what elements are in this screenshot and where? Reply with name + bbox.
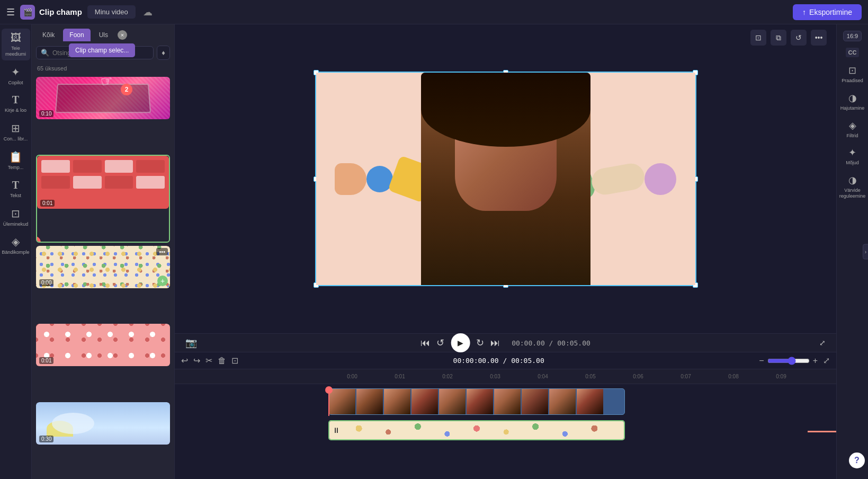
- thumb-redcross-bg: 0:01: [37, 156, 169, 209]
- sidebar-item-media[interactable]: 🖼 Teie meediumi: [2, 29, 30, 60]
- thumb-comic-bg: 0:10: [36, 77, 170, 119]
- ruler-ticks: 0:00 0:01 0:02 0:03 0:04 0:05 0:06 0:07 …: [328, 374, 805, 379]
- video-frame-7: [494, 389, 521, 415]
- video-frame-8: [522, 389, 548, 415]
- main-area: 🖼 Teie meediumi ✦ Copilot T Kirje & loo …: [0, 24, 868, 479]
- text-icon: T: [12, 94, 19, 106]
- export-label: Eksportimine: [809, 8, 852, 16]
- preview-toolbar: ⊡ ⧉ ↺ •••: [750, 30, 827, 46]
- cut-button[interactable]: ✂: [205, 356, 212, 366]
- go-to-start-button[interactable]: ⏮: [420, 338, 430, 349]
- rs-item-filters[interactable]: ◈ Filtrid: [838, 117, 867, 142]
- logo-icon: 🎬: [20, 5, 35, 20]
- sidebar-item-tekst-label: Tekst: [10, 193, 21, 199]
- zoom-slider[interactable]: [767, 357, 810, 365]
- effects-icon: ✦: [848, 147, 856, 158]
- sidebar-item-tekst[interactable]: T Tekst: [2, 176, 30, 202]
- export-arrow-icon: ↑: [802, 8, 806, 16]
- video-canvas: [315, 72, 696, 286]
- aspect-ratio-selector[interactable]: 16:9: [843, 31, 862, 41]
- rs-label-crop: Praadised: [842, 78, 863, 84]
- sidebar-item-content[interactable]: ⊞ Con... libr...: [2, 119, 30, 145]
- rotate-button[interactable]: ↺: [791, 30, 807, 46]
- thumb-confetti[interactable]: ••• 0:00 + Lisa ajaskaalale ☞ 3: [36, 246, 170, 321]
- more-options-button[interactable]: •••: [156, 248, 168, 255]
- fullscreen-button[interactable]: ⤢: [819, 339, 826, 347]
- help-button[interactable]: ?: [849, 453, 865, 468]
- sidebar-item-copilot[interactable]: ✦ Copilot: [2, 63, 30, 89]
- export-button[interactable]: ↑ Eksportimine: [793, 4, 862, 20]
- delete-button[interactable]: 🗑: [218, 356, 226, 366]
- rs-item-crop[interactable]: ⊡ Praadised: [838, 61, 867, 87]
- tekst-icon: T: [12, 179, 19, 191]
- undo-button[interactable]: ↩: [181, 356, 188, 366]
- thumb-redcross-duration: 0:01: [40, 200, 55, 207]
- tab-close-button[interactable]: ×: [118, 30, 127, 40]
- playback-controls: 📷 ⏮ ↺ ▶ ↻ ⏭ 00:00.00 / 00:05.00 ⤢: [175, 333, 836, 352]
- sidebar-item-content-label: Con... libr...: [4, 136, 28, 142]
- thumb-pinkshapes[interactable]: 0:01: [36, 324, 170, 398]
- split-button[interactable]: ⊡: [231, 356, 238, 366]
- rs-item-color[interactable]: ◑ Hajutamine: [838, 89, 867, 114]
- rs-item-effects[interactable]: ✦ Mõjud: [838, 144, 867, 169]
- picture-in-picture-button[interactable]: ⧉: [771, 30, 786, 46]
- cloud-icon: ☁: [143, 6, 153, 18]
- sidebar-item-brand[interactable]: ◈ Bändikomplekt: [2, 232, 30, 259]
- zoom-in-button[interactable]: +: [813, 356, 818, 366]
- rewind-button[interactable]: ↺: [436, 337, 444, 349]
- timeline-zoom: − +: [759, 356, 818, 366]
- preview-area: ⊡ ⧉ ↺ •••: [175, 24, 836, 333]
- screen-capture-button[interactable]: 📷: [185, 337, 197, 349]
- video-frame-1: [329, 389, 355, 415]
- ruler-tick-1: 0:01: [376, 374, 424, 379]
- sidebar-item-copilot-label: Copilot: [8, 80, 23, 86]
- sidebar-item-brand-label: Bändikomplekt: [2, 250, 30, 255]
- diamond-button[interactable]: ♦: [157, 46, 170, 60]
- color-icon: ◑: [848, 92, 857, 104]
- tab-uls[interactable]: Uls: [93, 29, 114, 41]
- crop-tool-button[interactable]: ⊡: [750, 30, 766, 46]
- zoom-out-button[interactable]: −: [759, 356, 764, 366]
- sidebar-item-text[interactable]: T Kirje & loo: [2, 91, 30, 117]
- thumb-night[interactable]: 0:30: [36, 402, 170, 477]
- my-video-button[interactable]: Minu video: [87, 5, 136, 19]
- video-frame-2: [356, 389, 383, 415]
- collapse-sidebar-button[interactable]: ›: [863, 244, 868, 260]
- tab-koik[interactable]: Kõik: [36, 29, 61, 41]
- bg-track-content: ⏸: [328, 420, 836, 442]
- video-frame-5: [439, 389, 466, 415]
- forward-button[interactable]: ↻: [476, 337, 484, 349]
- sidebar-item-transitions[interactable]: ⊡ Üleminekud: [2, 204, 30, 230]
- playhead[interactable]: [328, 388, 329, 416]
- thumb-confetti-bg: ••• 0:00 +: [36, 246, 170, 288]
- crop-icon: ⊡: [848, 65, 856, 76]
- timeline-toolbar: ↩ ↪ ✂ 🗑 ⊡ 00:00:00.00 / 00:05.00 − + ⤢: [175, 352, 836, 369]
- hamburger-button[interactable]: ☰: [6, 6, 15, 18]
- thumb-redcross[interactable]: 0:01 ☞ 1: [36, 155, 170, 242]
- timeline-tracks: ⏸: [175, 384, 836, 479]
- play-button[interactable]: ▶: [451, 333, 470, 352]
- expand-timeline-button[interactable]: ⤢: [823, 356, 830, 366]
- bg-clip[interactable]: ⏸: [328, 420, 625, 440]
- go-to-end-button[interactable]: ⏭: [490, 338, 500, 349]
- tab-foon[interactable]: Foon: [63, 29, 90, 41]
- ruler-tick-2: 0:02: [424, 374, 471, 379]
- video-clip[interactable]: [328, 388, 625, 415]
- rs-label-effects: Mõjud: [846, 160, 859, 166]
- thumb-comic[interactable]: 0:10: [36, 77, 170, 152]
- rs-item-coloradjust[interactable]: ◑ Värvide reguleemine: [838, 171, 867, 202]
- redo-button[interactable]: ↪: [193, 356, 200, 366]
- center-area: ⊡ ⧉ ↺ •••: [175, 24, 836, 479]
- filters-icon: ◈: [849, 120, 856, 131]
- bg-shape-10: [645, 163, 676, 195]
- sidebar-item-templates[interactable]: 📋 Temp...: [2, 147, 30, 174]
- cc-button[interactable]: CC: [846, 48, 860, 57]
- panel-grid: 0:10 0:01: [32, 75, 174, 479]
- bg-shape-1: [335, 163, 366, 195]
- sidebar-item-text-label: Kirje & loo: [5, 108, 26, 113]
- ruler-tick-4: 0:04: [519, 374, 567, 379]
- rs-label-filters: Filtrid: [847, 133, 858, 139]
- more-preview-button[interactable]: •••: [811, 30, 827, 46]
- ruler-tick-5: 0:05: [567, 374, 614, 379]
- video-track-content: [328, 388, 836, 416]
